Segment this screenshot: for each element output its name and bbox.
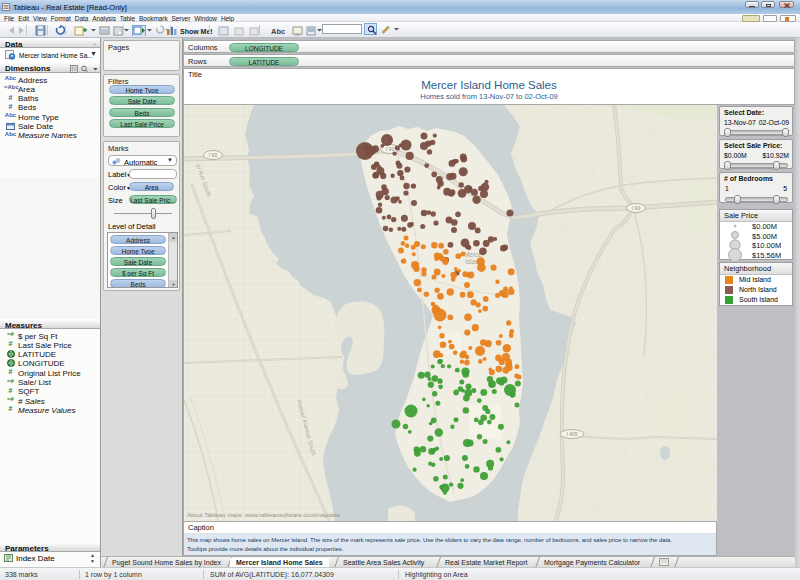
svg-text:I 90: I 90 — [632, 205, 641, 211]
svg-text:I 90: I 90 — [209, 152, 218, 158]
svg-text:$10.00M: $10.00M — [752, 241, 781, 250]
svg-text:Abc: Abc — [271, 27, 285, 36]
svg-text:$0.00M: $0.00M — [752, 222, 777, 231]
svg-text:About Tableau maps: www.tablea: About Tableau maps: www.tableausoftware.… — [187, 512, 340, 518]
svg-text:$15.56M: $15.56M — [752, 251, 781, 260]
svg-text:Show Me!: Show Me! — [180, 28, 213, 35]
svg-text:I 90: I 90 — [386, 146, 395, 152]
svg-text:I 405: I 405 — [566, 431, 577, 437]
svg-text:$5.00M: $5.00M — [752, 232, 777, 241]
